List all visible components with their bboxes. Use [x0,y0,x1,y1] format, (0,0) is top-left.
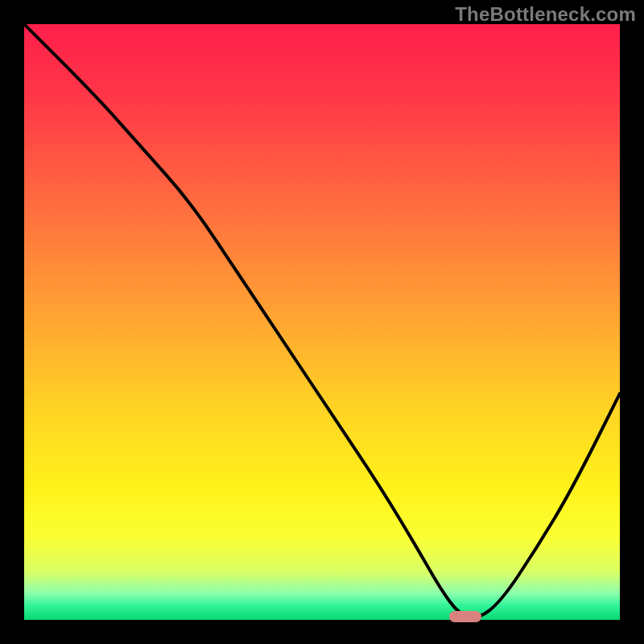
chart-frame: TheBottleneck.com [0,0,644,644]
plot-area [24,24,620,620]
watermark-text: TheBottleneck.com [455,3,636,26]
bottleneck-curve [24,24,620,620]
optimal-marker [449,611,481,622]
